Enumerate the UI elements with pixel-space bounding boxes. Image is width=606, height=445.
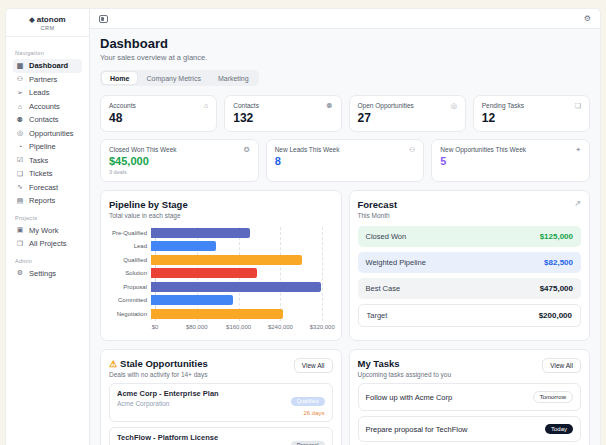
- chart-row: Committed: [109, 294, 333, 308]
- card-value: 8: [275, 155, 416, 167]
- forecast-title: Forecast: [358, 199, 398, 210]
- stat-label: Open Opportunities: [358, 102, 414, 109]
- bar-qualified[interactable]: [151, 255, 302, 265]
- sidebar-item-label: Reports: [29, 196, 55, 205]
- sidebar-item-label: Settings: [29, 269, 56, 278]
- card-label: New Opportunities This Week: [440, 146, 526, 153]
- trophy-icon: ✪: [244, 146, 250, 153]
- main-area: ⚙ Dashboard Your sales overview at a gla…: [90, 9, 600, 445]
- app-window: ◆atonom CRM Navigation ▦Dashboard ⚇Partn…: [5, 8, 601, 445]
- sidebar-item-label: Dashboard: [29, 61, 68, 70]
- due-badge: Tomorrow: [533, 391, 573, 403]
- bar-committed[interactable]: [151, 295, 233, 305]
- card-new-opportunities-week: New Opportunities This Week✦ 5: [431, 139, 590, 182]
- sparkle-icon: ✦: [575, 146, 581, 153]
- category-label: Committed: [109, 297, 151, 303]
- stale-view-all-button[interactable]: View All: [294, 358, 333, 373]
- sidebar-item-label: Tasks: [29, 156, 48, 165]
- stat-label: Pending Tasks: [482, 102, 524, 109]
- forecast-label: Target: [367, 311, 388, 320]
- dashboard-tabs: Home Company Metrics Marketing: [100, 70, 259, 86]
- task-item[interactable]: Follow up with Acme CorpTomorrow: [358, 383, 582, 411]
- sidebar-item-label: Opportunities: [29, 129, 74, 138]
- tab-marketing[interactable]: Marketing: [210, 72, 257, 84]
- tasks-view-all-button[interactable]: View All: [542, 358, 581, 373]
- sidebar: ◆atonom CRM Navigation ▦Dashboard ⚇Partn…: [6, 9, 90, 445]
- pipeline-title: Pipeline by Stage: [109, 199, 333, 210]
- sidebar-item-label: Contacts: [29, 115, 59, 124]
- card-value: $45,000: [109, 155, 250, 167]
- tasks-title: My Tasks: [358, 358, 452, 369]
- stale-item[interactable]: TechFlow - Platform LicenseTechFlow Solu…: [109, 427, 333, 445]
- sidebar-item-partners[interactable]: ⚇Partners: [13, 73, 82, 87]
- sidebar-item-label: Tickets: [29, 169, 52, 178]
- tab-home[interactable]: Home: [102, 72, 137, 84]
- sidebar-item-opportunities[interactable]: ◎Opportunities: [13, 127, 82, 141]
- sidebar-item-my-work[interactable]: ▣My Work: [13, 224, 82, 238]
- pipeline-icon: ◔: [16, 143, 24, 150]
- tab-company-metrics[interactable]: Company Metrics: [138, 72, 208, 84]
- forecast-label: Best Case: [366, 284, 401, 293]
- stat-value: 27: [358, 111, 457, 125]
- sidebar-toggle-icon[interactable]: [99, 15, 108, 23]
- card-label: New Leads This Week: [275, 146, 340, 153]
- my-work-icon: ▣: [16, 226, 24, 234]
- trending-up-icon: ↗: [574, 199, 581, 208]
- sidebar-item-contacts[interactable]: ⚉Contacts: [13, 113, 82, 127]
- forecast-rows: Closed Won$125,000 Weighted Pipeline$82,…: [358, 226, 582, 327]
- tick-label: $80,000: [186, 324, 208, 330]
- forecast-row-target: Target$200,000: [358, 304, 582, 327]
- bar-proposal[interactable]: [151, 282, 321, 292]
- forecast-value: $82,500: [544, 258, 573, 267]
- bar-lead[interactable]: [151, 241, 216, 251]
- chart-x-axis: $0 $80,000 $160,000 $240,000 $320,000: [155, 321, 329, 332]
- user-plus-icon: ⚇: [409, 146, 415, 153]
- forecast-row-best-case: Best Case$475,000: [358, 278, 582, 299]
- topbar: ⚙: [90, 9, 600, 29]
- tasks-icon: ☑: [16, 156, 24, 164]
- bar-negotiation[interactable]: [151, 309, 283, 319]
- bar-pre-qualified[interactable]: [151, 228, 250, 238]
- bar-solution[interactable]: [151, 268, 257, 278]
- stage-badge: Proposal: [291, 441, 325, 445]
- forecast-row-weighted-pipeline: Weighted Pipeline$82,500: [358, 252, 582, 273]
- sidebar-item-leads[interactable]: ➢Leads: [13, 86, 82, 100]
- forecast-subtitle: This Month: [358, 212, 398, 219]
- sidebar-item-label: Pipeline: [29, 142, 56, 151]
- nav-section-label: Navigation: [15, 50, 80, 56]
- all-projects-icon: ❐: [16, 240, 24, 248]
- leads-icon: ➢: [16, 89, 24, 97]
- chart-row: Pre-Qualified: [109, 226, 333, 240]
- card-subtext: 3 deals: [109, 169, 250, 175]
- clipboard-icon: ❏: [575, 102, 581, 109]
- reports-icon: ▤: [16, 197, 24, 205]
- sidebar-item-pipeline[interactable]: ◔Pipeline: [13, 140, 82, 154]
- task-item[interactable]: Prepare proposal for TechFlowToday: [358, 416, 582, 442]
- task-title: Prepare proposal for TechFlow: [366, 425, 468, 434]
- building-icon: ⌂: [204, 102, 208, 109]
- sidebar-item-all-projects[interactable]: ❐All Projects: [13, 237, 82, 251]
- bottom-panels-row: ⚠Stale Opportunities Deals with no activ…: [100, 349, 590, 445]
- tick-label: $240,000: [268, 324, 293, 330]
- sidebar-item-label: My Work: [29, 226, 58, 235]
- pipeline-panel: Pipeline by Stage Total value in each st…: [100, 190, 342, 341]
- sidebar-item-tasks[interactable]: ☑Tasks: [13, 154, 82, 168]
- stat-cards-row: Accounts⌂ 48 Contacts⚉ 132 Open Opportun…: [100, 95, 590, 132]
- card-new-leads-week: New Leads This Week⚇ 8: [266, 139, 425, 182]
- sidebar-item-label: Leads: [29, 88, 49, 97]
- sidebar-item-settings[interactable]: ⚙Settings: [13, 267, 82, 281]
- gear-icon[interactable]: ⚙: [584, 15, 591, 23]
- partners-icon: ⚇: [16, 75, 24, 83]
- stale-item[interactable]: Acme Corp - Enterprise PlanAcme Corporat…: [109, 383, 333, 422]
- card-value: 5: [440, 155, 581, 167]
- my-tasks-panel: My Tasks Upcoming tasks assigned to you …: [349, 349, 591, 445]
- sidebar-item-dashboard[interactable]: ▦Dashboard: [13, 59, 82, 73]
- settings-icon: ⚙: [16, 269, 24, 277]
- sidebar-item-reports[interactable]: ▤Reports: [13, 194, 82, 208]
- sidebar-item-forecast[interactable]: ∿Forecast: [13, 181, 82, 195]
- opportunity-name: Acme Corp - Enterprise Plan: [117, 389, 219, 398]
- page-subtitle: Your sales overview at a glance.: [100, 53, 590, 62]
- sidebar-item-accounts[interactable]: ⌂Accounts: [13, 100, 82, 114]
- sidebar-item-tickets[interactable]: ❏Tickets: [13, 167, 82, 181]
- logo-subtext: CRM: [10, 25, 85, 31]
